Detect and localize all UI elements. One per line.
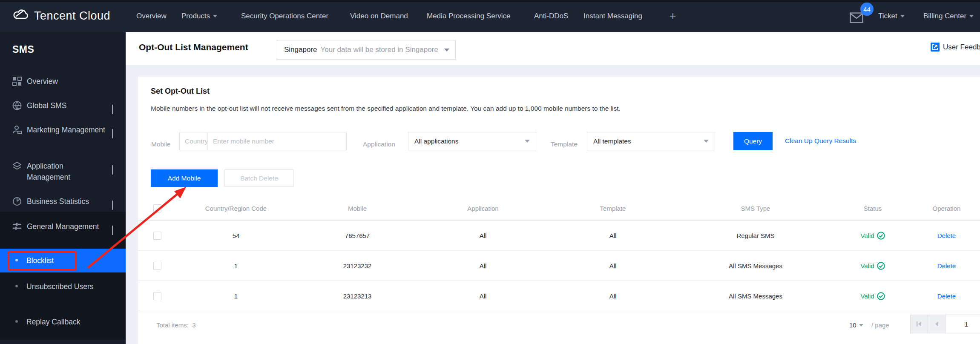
sidebar-title: SMS bbox=[12, 44, 34, 55]
region-note: Your data will be stored in Singapore bbox=[321, 46, 438, 54]
external-link-icon bbox=[931, 43, 940, 52]
chevron-down-icon bbox=[112, 105, 113, 114]
delete-link[interactable]: Delete bbox=[937, 232, 956, 239]
status-badge: Valid bbox=[832, 292, 913, 300]
chevron-up-icon bbox=[112, 226, 113, 235]
check-circle-icon bbox=[877, 232, 885, 240]
first-page-button[interactable] bbox=[910, 315, 928, 333]
check-circle-icon bbox=[877, 262, 885, 270]
row-checkbox[interactable] bbox=[153, 232, 161, 240]
delete-link[interactable]: Delete bbox=[937, 292, 956, 300]
page-title: Opt-Out List Management bbox=[139, 42, 248, 52]
opt-out-list-card: Set Opt-Out List Mobile numbers in the o… bbox=[138, 77, 980, 344]
sidebar-item-unsubscribed-users[interactable]: Unsubscribed Users bbox=[0, 281, 126, 292]
first-page-icon bbox=[916, 321, 923, 327]
table-row: 1 23123232 All All All SMS Messages Vali… bbox=[138, 251, 980, 281]
sliders-icon bbox=[12, 222, 22, 234]
section-description: Mobile numbers in the opt-out list will … bbox=[151, 105, 621, 112]
sidebar-item-business-statistics[interactable]: Business Statistics bbox=[0, 196, 126, 207]
status-badge: Valid bbox=[832, 262, 913, 270]
add-product-tab-button[interactable]: + bbox=[670, 0, 676, 32]
nav-media-processing-service[interactable]: Media Processing Service bbox=[427, 0, 511, 32]
sidebar-item-replay-callback[interactable]: Replay Callback bbox=[0, 316, 126, 327]
col-country-region-code: Country/Region Code bbox=[176, 205, 296, 212]
sms-sidebar: SMS Overview Global SMS Marketin bbox=[0, 32, 126, 344]
col-sms-type: SMS Type bbox=[679, 205, 832, 212]
nav-billing-center[interactable]: Billing Center bbox=[923, 0, 974, 32]
section-title: Set Opt-Out List bbox=[151, 87, 210, 96]
chevron-down-icon bbox=[444, 49, 449, 52]
layers-icon bbox=[12, 161, 22, 174]
row-checkbox[interactable] bbox=[153, 292, 161, 300]
table-footer: Total items: 3 10 / page 1 bbox=[138, 313, 980, 338]
sidebar-item-blocklist[interactable]: Blocklist bbox=[0, 249, 126, 272]
add-mobile-button[interactable]: Add Mobile bbox=[151, 169, 218, 187]
col-application: Application bbox=[419, 205, 547, 212]
table-row: 54 7657657 All All Regular SMS Valid Del… bbox=[138, 221, 980, 251]
sidebar-item-application-management[interactable]: Application Management bbox=[0, 161, 126, 183]
chevron-down-icon bbox=[704, 140, 709, 143]
nav-instant-messaging[interactable]: Instant Messaging bbox=[583, 0, 642, 32]
clean-up-query-results-link[interactable]: Clean Up Query Results bbox=[785, 137, 856, 145]
per-page-label: / page bbox=[871, 321, 889, 329]
col-status: Status bbox=[832, 205, 913, 212]
nav-video-on-demand[interactable]: Video on Demand bbox=[350, 0, 408, 32]
col-mobile: Mobile bbox=[296, 205, 419, 212]
messages-envelope-icon[interactable] bbox=[850, 12, 863, 25]
tencent-cloud-logo[interactable]: Tencent Cloud bbox=[12, 8, 110, 24]
table-header-row: Country/Region Code Mobile Application T… bbox=[138, 197, 980, 221]
nav-anti-ddos[interactable]: Anti-DDoS bbox=[534, 0, 568, 32]
sidebar-item-marketing-management[interactable]: Marketing Management bbox=[0, 124, 126, 135]
total-items-label: Total items: 3 bbox=[156, 321, 196, 329]
application-filter-label: Application bbox=[363, 140, 395, 148]
col-template: Template bbox=[547, 205, 679, 212]
chevron-down-icon bbox=[859, 324, 863, 327]
chevron-down-icon bbox=[112, 201, 113, 210]
nav-overview[interactable]: Overview bbox=[136, 0, 167, 32]
row-checkbox[interactable] bbox=[153, 262, 161, 270]
delete-link[interactable]: Delete bbox=[937, 262, 956, 269]
cloud-logo-icon bbox=[12, 8, 30, 24]
page-size-select[interactable]: 10 bbox=[849, 321, 863, 329]
globe-icon bbox=[12, 101, 22, 113]
chevron-down-icon bbox=[213, 15, 217, 17]
sidebar-item-general-management[interactable]: General Management bbox=[0, 221, 126, 232]
check-circle-icon bbox=[877, 292, 885, 300]
notification-count-badge[interactable]: 44 bbox=[860, 3, 874, 16]
current-page-box[interactable]: 1 bbox=[945, 315, 980, 333]
nav-security-operations-center[interactable]: Security Operations Center bbox=[241, 0, 328, 32]
application-select[interactable]: All applications bbox=[408, 132, 536, 150]
prev-page-button[interactable] bbox=[928, 315, 946, 333]
sidebar-item-global-sms[interactable]: Global SMS bbox=[0, 100, 126, 111]
region-selector[interactable]: Singapore Your data will be stored in Si… bbox=[277, 40, 456, 60]
table-row: 1 23123213 All All All SMS Messages Vali… bbox=[138, 281, 980, 311]
template-filter-label: Template bbox=[551, 140, 578, 148]
person-icon bbox=[12, 125, 22, 138]
status-badge: Valid bbox=[832, 232, 913, 240]
blocklist-table: Country/Region Code Mobile Application T… bbox=[138, 197, 980, 311]
grid-overview-icon bbox=[12, 77, 22, 89]
user-feedback-label: User Feedback bbox=[943, 43, 980, 52]
region-name: Singapore bbox=[284, 46, 317, 54]
country-code-input[interactable] bbox=[180, 132, 208, 150]
batch-delete-button[interactable]: Batch Delete bbox=[224, 169, 294, 187]
mobile-filter-label: Mobile bbox=[151, 140, 171, 148]
brand-name: Tencent Cloud bbox=[34, 9, 110, 23]
chevron-down-icon bbox=[900, 15, 905, 17]
nav-products[interactable]: Products bbox=[181, 0, 217, 32]
select-all-checkbox[interactable] bbox=[153, 204, 161, 212]
page-header: Opt-Out List Management Singapore Your d… bbox=[126, 32, 980, 65]
col-operation: Operation bbox=[913, 205, 980, 212]
chevron-down-icon bbox=[112, 129, 113, 138]
user-feedback-link[interactable]: User Feedback bbox=[931, 43, 980, 52]
chevron-down-icon bbox=[969, 15, 974, 17]
query-button[interactable]: Query bbox=[733, 132, 773, 150]
mobile-number-input[interactable] bbox=[208, 132, 346, 150]
sidebar-item-overview[interactable]: Overview bbox=[0, 76, 126, 87]
nav-ticket[interactable]: Ticket bbox=[878, 0, 905, 32]
template-select[interactable]: All templates bbox=[587, 132, 715, 150]
chevron-down-icon bbox=[525, 140, 530, 143]
bullet-icon bbox=[15, 320, 18, 323]
bullet-icon bbox=[15, 259, 18, 261]
sidebar-divider bbox=[0, 340, 126, 340]
